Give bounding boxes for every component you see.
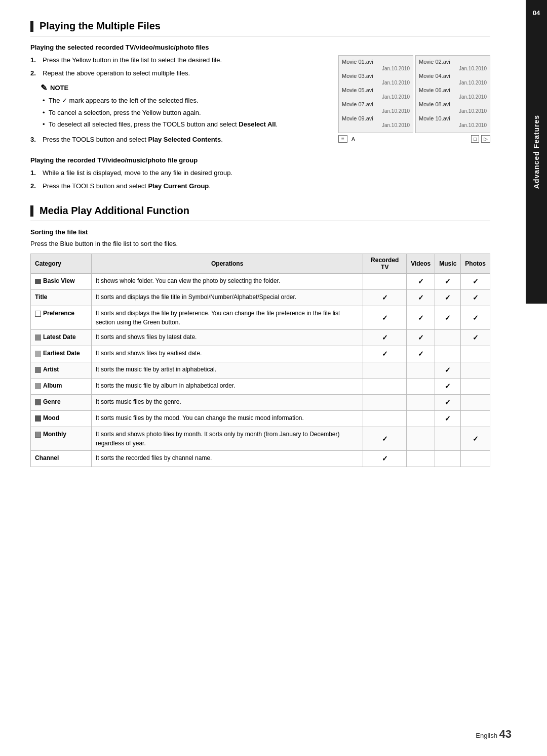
photos-cell [461,379,490,395]
category-cell: Mood [31,411,92,427]
category-cell: Title [31,290,92,306]
subsection2-steps: 1. While a file list is displayed, move … [30,168,490,191]
category-cell: Artist [31,362,92,379]
recorded-tv-cell [363,274,407,290]
recorded-tv-cell [363,411,407,427]
videos-cell [407,362,435,379]
music-cell [435,330,461,346]
operation-cell: It sorts and displays the file title in … [92,290,363,306]
recorded-tv-cell: ✓ [363,290,407,306]
photos-cell [461,411,490,427]
operation-cell: It sorts the recorded files by channel n… [92,451,363,467]
category-cell: Basic View [31,274,92,290]
videos-cell [407,451,435,467]
monthly-icon [35,432,41,438]
note-item-1: The ✓ mark appears to the left of the se… [41,96,328,106]
category-cell: Channel [31,451,92,467]
videos-cell: ✓ [407,306,435,330]
th-recorded-tv: Recorded TV [363,254,407,274]
album-icon [35,383,41,389]
movie-item: Movie 03.avi [342,73,410,79]
note-box: ✎ NOTE The ✓ mark appears to the left of… [41,83,328,130]
category-cell: Genre [31,395,92,411]
ctrl-box-d: ▷ [481,135,490,143]
photos-cell: ✓ [461,330,490,346]
recorded-tv-cell: ✓ [363,306,407,330]
music-cell [435,427,461,451]
videos-cell [407,427,435,451]
music-cell: ✓ [435,290,461,306]
videos-cell [407,411,435,427]
latest-date-icon [35,334,41,341]
mood-icon [35,415,41,422]
recorded-tv-cell: ✓ [363,451,407,467]
footer-number: 43 [499,728,512,740]
th-category: Category [31,254,92,274]
table-row: Latest Date It sorts and shows files by … [31,330,490,346]
note-item-2: To cancel a selection, press the Yellow … [41,108,328,118]
table-row: Mood It sorts music files by the mood. Y… [31,411,490,427]
subsection2-title: Playing the recorded TV/video/music/phot… [30,156,490,164]
table-row: Album It sorts the music file by album i… [31,379,490,395]
category-cell: Monthly [31,427,92,451]
page-container: 04 Advanced Features Playing the Multipl… [0,0,547,756]
category-cell: Album [31,379,92,395]
operation-cell: It sorts music files by the genre. [92,395,363,411]
music-cell [435,346,461,362]
steps-list: 1. Press the Yellow button in the file l… [30,55,328,78]
operation-cell: It sorts the music file by artist in alp… [92,362,363,379]
th-music: Music [435,254,461,274]
table-row: Monthly It sorts and shows photo files b… [31,427,490,451]
photos-cell [461,395,490,411]
recorded-tv-cell: ✓ [363,427,407,451]
footer-text: English [476,732,497,739]
earliest-date-icon [35,351,41,357]
operation-cell: It sorts and shows files by latest date. [92,330,363,346]
videos-cell: ✓ [407,290,435,306]
steps-list-2: 3. Press the TOOLS button and select Pla… [30,135,328,145]
sub2-step-2: 2. Press the TOOLS button and select Pla… [30,181,490,191]
movie-item: Movie 06.avi [419,87,487,93]
music-cell: ✓ [435,362,461,379]
music-cell: ✓ [435,411,461,427]
movie-item: Movie 04.avi [419,73,487,79]
recorded-tv-cell [363,362,407,379]
section-bar [30,21,33,32]
step-2: 2. Repeat the above operation to select … [30,68,328,78]
videos-cell: ✓ [407,346,435,362]
table-row: Earliest Date It sorts and shows files b… [31,346,490,362]
movie-item: Movie 09.avi [342,115,410,121]
pref-icon [35,311,41,317]
category-cell: Earliest Date [31,346,92,362]
footer: English 43 [476,728,512,741]
letter-a: A [351,136,355,142]
music-cell: ✓ [435,306,461,330]
table-row: Channel It sorts the recorded files by c… [31,451,490,467]
main-content: Playing the Multiple Files Playing the s… [0,0,526,756]
section1-heading: Playing the Multiple Files [30,20,490,36]
movie-item: Movie 02.avi [419,59,487,65]
photos-cell [461,346,490,362]
photos-cell [461,451,490,467]
movie-item: Movie 07.avi [342,101,410,107]
chapter-number: 04 [533,9,540,17]
operation-cell: It sorts the music file by album in alph… [92,379,363,395]
videos-cell: ✓ [407,330,435,346]
movie-item: Movie 08.avi [419,101,487,107]
controls-row: ≡ A □ ▷ [338,135,490,143]
sorting-title: Sorting the file list [30,228,490,236]
table-row: Preference It sorts and displays the fil… [31,306,490,330]
music-cell [435,451,461,467]
videos-cell [407,379,435,395]
videos-cell: ✓ [407,274,435,290]
movie-item: Movie 05.avi [342,87,410,93]
recorded-tv-cell: ✓ [363,346,407,362]
th-operations: Operations [92,254,363,274]
table-row: Artist It sorts the music file by artist… [31,362,490,379]
note-label: NOTE [50,84,68,92]
music-cell: ✓ [435,274,461,290]
operation-cell: It sorts and shows files by earliest dat… [92,346,363,362]
operation-cell: It sorts and shows photo files by month.… [92,427,363,451]
photos-cell [461,362,490,379]
note-items: The ✓ mark appears to the left of the se… [41,96,328,130]
